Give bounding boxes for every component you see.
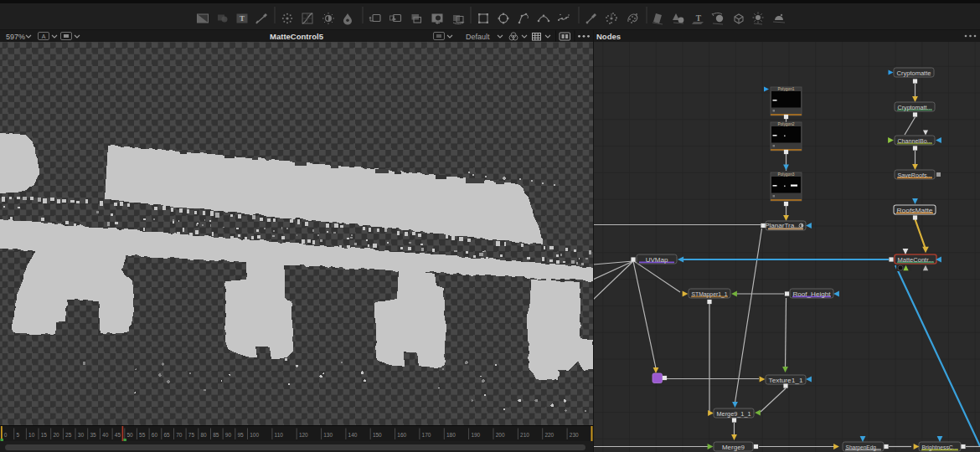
svg-text:T: T: [240, 14, 245, 23]
svg-text:Default: Default: [466, 33, 490, 41]
svg-text:15: 15: [41, 432, 48, 438]
svg-text:120: 120: [299, 432, 308, 438]
svg-text:Polygon1: Polygon1: [777, 87, 794, 91]
svg-text:90: 90: [225, 432, 232, 438]
svg-text:150: 150: [373, 432, 382, 438]
svg-text:MatteContr...: MatteContr...: [898, 256, 934, 264]
svg-text:UVMap: UVMap: [646, 256, 668, 264]
svg-text:10: 10: [28, 432, 35, 438]
svg-text:597%: 597%: [6, 33, 25, 41]
svg-text:RoofsMatte: RoofsMatte: [897, 207, 934, 214]
svg-text:0: 0: [4, 432, 8, 438]
svg-text:230: 230: [570, 432, 579, 438]
svg-text:110: 110: [275, 432, 284, 438]
svg-text:Roof_Height: Roof_Height: [793, 290, 832, 298]
svg-text:BrightnessC...: BrightnessC...: [922, 444, 958, 451]
svg-text:160: 160: [397, 432, 406, 438]
svg-text:ChannelBo...: ChannelBo...: [898, 137, 932, 145]
svg-text:Cryptomatt...: Cryptomatt...: [898, 104, 932, 111]
svg-text:75: 75: [188, 432, 195, 438]
svg-text:170: 170: [422, 432, 431, 438]
svg-text:20: 20: [53, 432, 59, 438]
svg-text:55: 55: [139, 432, 146, 438]
svg-text:SaveRoofs...: SaveRoofs...: [898, 172, 932, 179]
svg-text:25: 25: [65, 432, 72, 438]
svg-text:Cryptomatte: Cryptomatte: [897, 69, 932, 77]
svg-text:180: 180: [446, 432, 456, 438]
svg-text:210: 210: [520, 432, 529, 438]
svg-text:100: 100: [250, 432, 259, 438]
svg-text:Merge9_1_1: Merge9_1_1: [717, 410, 752, 418]
svg-text:Nodes: Nodes: [596, 32, 621, 41]
svg-text:PlanarTra...: PlanarTra...: [765, 222, 800, 229]
svg-text:40: 40: [102, 432, 109, 438]
svg-text:85: 85: [213, 432, 219, 438]
svg-text:MatteControl5: MatteControl5: [270, 32, 324, 41]
svg-text:Polygon3: Polygon3: [777, 172, 794, 177]
svg-text:35: 35: [90, 432, 96, 438]
svg-text:30: 30: [78, 432, 85, 438]
svg-text:A: A: [42, 33, 46, 39]
svg-text:220: 220: [544, 432, 554, 438]
svg-text:130: 130: [323, 432, 333, 438]
svg-text:T: T: [696, 14, 702, 23]
svg-text:50: 50: [126, 432, 133, 438]
svg-text:Merge9: Merge9: [722, 444, 745, 451]
svg-text:65: 65: [164, 432, 171, 438]
svg-text:45: 45: [115, 432, 121, 438]
svg-text:Texture1_1: Texture1_1: [769, 377, 804, 384]
svg-text:190: 190: [471, 432, 480, 438]
svg-text:5: 5: [16, 432, 19, 438]
svg-text:STMapper1_1: STMapper1_1: [692, 290, 728, 298]
svg-text:80: 80: [201, 432, 208, 438]
svg-text:140: 140: [348, 432, 358, 438]
svg-text:95: 95: [238, 432, 245, 438]
svg-text:Polygon2: Polygon2: [777, 122, 794, 126]
svg-text:SharpenEdg...: SharpenEdg...: [846, 444, 881, 451]
svg-text:70: 70: [176, 432, 183, 438]
svg-text:200: 200: [496, 432, 505, 438]
svg-text:60: 60: [152, 432, 158, 438]
